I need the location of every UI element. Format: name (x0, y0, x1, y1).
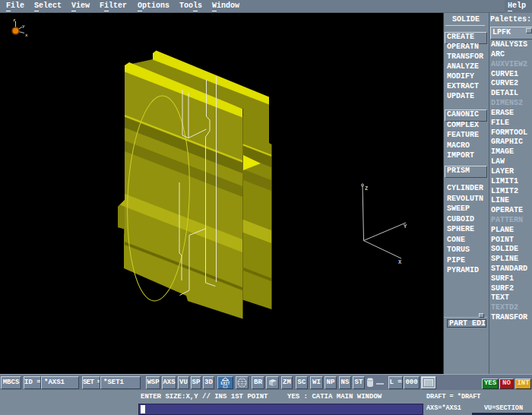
svg-text:Y: Y (404, 223, 407, 230)
svg-text:Z: Z (365, 185, 368, 192)
svg-text:x: x (25, 33, 28, 38)
svg-text:X: X (398, 259, 402, 265)
svg-text:z: z (13, 17, 16, 23)
svg-text:y: y (22, 24, 25, 29)
